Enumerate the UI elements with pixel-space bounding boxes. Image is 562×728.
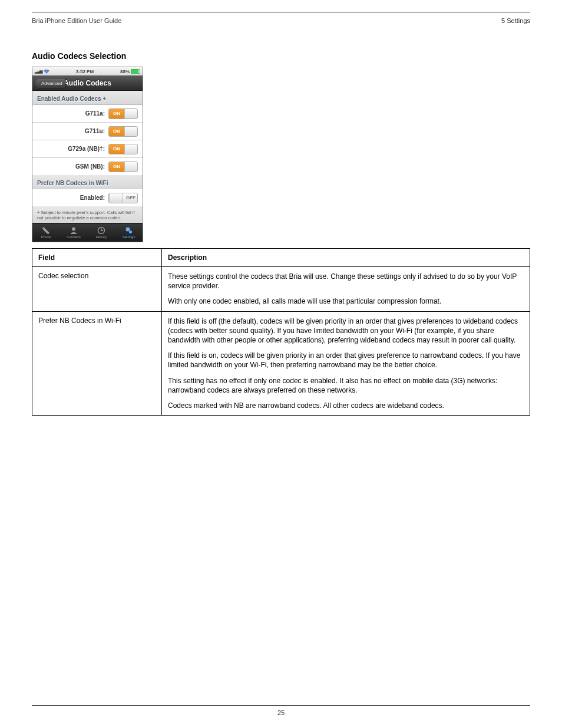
toggle-knob [124,109,138,118]
toggle-on-text: ON [109,109,124,118]
codec-row: G711u:ONOFF [32,122,143,140]
svg-point-0 [72,228,75,231]
page-header: Bria iPhone Edition User Guide 5 Setting… [32,17,530,24]
battery-percent: 88% [120,69,130,74]
svg-point-3 [129,230,132,233]
codec-label: GSM (NB): [37,163,105,170]
description-table: Field Description Codec selectionThese s… [32,248,530,416]
nav-title: Audio Codecs [64,79,111,87]
phone-screenshot: ▂▃▅ 3:52 PM 88% Advanced Audio Codecs En… [32,67,143,242]
group-label-codecs: Enabled Audio Codecs + [32,91,143,104]
prefer-nb-label: Enabled: [37,195,105,201]
settings-icon [125,226,133,235]
toggle-on-text: ON [109,127,124,136]
codec-row: G711a:ONOFF [32,104,143,122]
tab-phone-label: Phone [41,235,51,239]
toggle-on-text: ON [109,162,124,172]
phone-footnote: + Subject to remote peer's support. Call… [32,206,143,223]
toggle-knob [109,193,123,203]
table-cell-field: Codec selection [32,267,162,312]
codec-toggle[interactable]: ONOFF [108,108,138,119]
table-paragraph: Codecs marked with NB are narrowband cod… [168,401,524,410]
header-right: 5 Settings [501,17,530,24]
codec-toggle[interactable]: ONOFF [108,144,138,154]
toggle-off-text: OFF [123,193,138,203]
contacts-icon [70,226,78,235]
phone-icon [42,226,50,235]
tab-settings[interactable]: Settings [115,223,143,242]
codec-label: G711a: [37,110,105,117]
group-label-prefer: Prefer NB Codecs in WiFi [32,175,143,189]
codec-toggle[interactable]: ONOFF [108,162,138,172]
tab-contacts[interactable]: Contacts [60,223,88,242]
table-paragraph: These settings control the codecs that B… [168,272,524,291]
prefer-nb-toggle[interactable]: ON OFF [108,193,138,203]
section-title: Audio Codecs Selection [32,51,530,61]
tab-phone[interactable]: Phone [32,223,60,242]
table-head-desc: Description [162,249,530,267]
status-bar: ▂▃▅ 3:52 PM 88% [32,67,143,75]
header-left: Bria iPhone Edition User Guide [32,17,121,24]
back-button-label: Advanced [41,81,62,86]
table-cell-desc: If this field is off (the default), code… [162,311,530,416]
table-row: Codec selectionThese settings control th… [32,267,530,312]
tab-bar: Phone Contacts History Settings [32,223,143,242]
table-paragraph: If this field is on, codecs will be give… [168,351,524,370]
toggle-knob [124,127,138,136]
status-time: 3:52 PM [76,69,94,74]
codec-label: G729a (NB)†: [37,146,105,152]
page-footer: 25 [32,705,530,716]
svg-point-2 [125,228,130,232]
table-cell-field: Prefer NB Codecs in Wi-Fi [32,311,162,416]
battery-icon [131,69,140,74]
toggle-knob [124,162,138,172]
codec-row: GSM (NB):ONOFF [32,157,143,175]
tab-settings-label: Settings [123,235,135,239]
codec-row: G729a (NB)†:ONOFF [32,140,143,157]
page-number: 25 [277,709,285,716]
codec-toggle[interactable]: ONOFF [108,126,138,137]
table-paragraph: If this field is off (the default), code… [168,317,524,345]
tab-contacts-label: Contacts [67,235,81,239]
table-head-field: Field [32,249,162,267]
table-paragraph: With only one codec enabled, all calls m… [168,297,524,306]
toggle-knob [124,144,138,154]
codec-label: G711u: [37,128,105,134]
tab-history-label: History [96,235,107,239]
history-icon [97,226,105,235]
table-paragraph: This setting has no effect if only one c… [168,376,524,395]
toggle-on-text: ON [109,144,124,154]
wifi-icon [44,69,49,74]
table-row: Prefer NB Codecs in Wi-FiIf this field i… [32,311,530,416]
signal-icon: ▂▃▅ [35,69,42,74]
back-button[interactable]: Advanced [35,78,66,88]
table-cell-desc: These settings control the codecs that B… [162,267,530,312]
prefer-nb-row: Enabled: ON OFF [32,189,143,206]
tab-history[interactable]: History [88,223,115,242]
nav-bar: Advanced Audio Codecs [32,75,143,91]
